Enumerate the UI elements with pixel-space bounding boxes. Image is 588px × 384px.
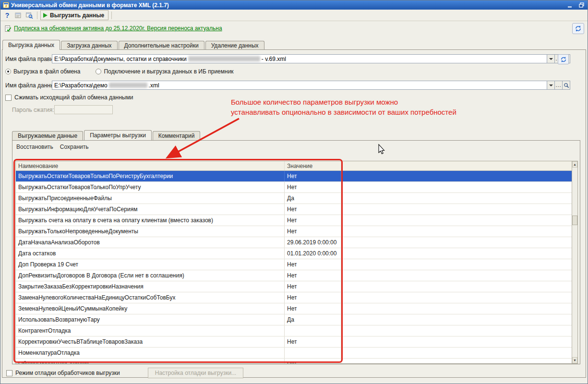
help-button[interactable]: ?	[2, 11, 12, 20]
tab-export-parameters[interactable]: Параметры выгрузки	[84, 130, 152, 140]
rules-file-label: Имя файла правил:	[5, 56, 52, 62]
run-export-button[interactable]: Выгрузить данные	[40, 10, 108, 20]
data-file-dropdown-button[interactable]	[547, 81, 555, 90]
reload-rules-button[interactable]	[558, 54, 569, 64]
debug-settings-button[interactable]: Настройка отладки выгрузки...	[148, 368, 243, 378]
export-to-file-radio[interactable]	[5, 69, 11, 74]
param-name-cell[interactable]: ВыгружатьОстаткиТоваровТолькоПоРегиструБ…	[16, 171, 285, 181]
ellipsis-icon: ...	[555, 83, 561, 88]
table-row[interactable]: ЗеменаНулевойЦеныИСуммынаКопейкуНет	[16, 303, 572, 314]
param-name-cell[interactable]: Выгружать счета на оплату в счета на опл…	[16, 215, 285, 226]
tab-delete-data[interactable]: Удаление данных	[205, 41, 264, 50]
export-to-ib-radio[interactable]	[96, 69, 101, 74]
param-value-cell[interactable]: Да	[285, 314, 341, 325]
scroll-down-button[interactable]: ▼	[572, 357, 577, 363]
data-file-open-button[interactable]	[562, 81, 570, 90]
param-name-cell[interactable]: ЗакрытиеЗаказаБезКорректировкиНазначения	[16, 281, 285, 292]
restore-icon	[579, 2, 584, 8]
param-value-cell[interactable]: Нет	[285, 215, 341, 226]
param-value-cell[interactable]: Нет	[285, 303, 341, 314]
param-value-cell[interactable]	[285, 325, 341, 336]
tab-comment[interactable]: Комментарий	[153, 131, 201, 140]
param-value-cell[interactable]: Нет	[285, 292, 341, 303]
export-target-options: Выгрузка в файл обмена Подключение и выг…	[5, 68, 234, 75]
rules-file-input[interactable]: E:\Разработка\Документы, остатки и справ…	[52, 54, 547, 63]
form-search-button[interactable]	[24, 11, 34, 20]
param-name-cell[interactable]: ВыгружатьТолькоНепроведенныеДокументы	[16, 226, 285, 237]
param-value-cell[interactable]	[285, 348, 341, 358]
param-value-cell[interactable]: Нет	[285, 336, 341, 347]
table-row[interactable]: НоменклатураОтладка	[16, 348, 572, 359]
param-name-cell[interactable]: ДопРеквизитыДоговоров В Договора (Если н…	[16, 270, 285, 281]
tab-import-data[interactable]: Загрузка данных	[61, 41, 117, 50]
password-input	[54, 105, 113, 114]
table-row[interactable]: ОбщаяГруппаДляСкладовНет	[16, 359, 572, 363]
table-row[interactable]: ЗакрытиеЗаказаБезКорректировкиНазначения…	[16, 281, 572, 292]
param-value-cell[interactable]: Нет	[285, 359, 341, 363]
param-value-cell[interactable]: 29.06.2019 0:00:00	[285, 237, 341, 248]
scroll-thumb[interactable]	[572, 216, 577, 225]
table-row[interactable]: Дата остатков01.01.2020 0:00:00	[16, 248, 572, 259]
scroll-track[interactable]	[572, 168, 577, 357]
param-name-cell[interactable]: НоменклатураОтладка	[16, 348, 285, 358]
minimize-button[interactable]	[566, 2, 574, 9]
table-row[interactable]: ВыгружатьОстаткиТоваровТолькоПоРегиструБ…	[16, 171, 572, 182]
save-values-button[interactable]: Сохранить	[60, 144, 89, 150]
param-name-cell[interactable]: КорректировкиУчестьВТаблицеТоваровЗаказа	[16, 336, 285, 347]
form-button[interactable]	[13, 11, 23, 20]
table-row[interactable]: ВыгружатьОстаткиТоваровТолькоПоУпрУчетуН…	[16, 182, 572, 193]
param-name-cell[interactable]: КонтрагентОтладка	[16, 325, 285, 336]
param-name-cell[interactable]: ЗеменаНулевойЦеныИСуммынаКопейку	[16, 303, 285, 314]
param-value-cell[interactable]: Нет	[285, 182, 341, 192]
table-row[interactable]: ДатаНачалаАнализаОборотов29.06.2019 0:00…	[16, 237, 572, 248]
param-name-cell[interactable]: ИспользоватьВозвратнуюТару	[16, 314, 285, 325]
table-row[interactable]: ВыгружатьПрисоединенныеФайлыДа	[16, 193, 572, 204]
row-filler-cell	[341, 204, 572, 215]
param-name-cell[interactable]: Дата остатков	[16, 248, 285, 259]
tab-export-data[interactable]: Выгрузка данных	[2, 40, 60, 50]
table-row[interactable]: ИспользоватьВозвратнуюТаруДа	[16, 314, 572, 325]
checked-document-icon	[4, 25, 12, 32]
table-row[interactable]: Выгружать счета на оплату в счета на опл…	[16, 215, 572, 226]
param-value-cell[interactable]: 01.01.2020 0:00:00	[285, 248, 341, 259]
table-row[interactable]: ВыгружатьТолькоНепроведенныеДокументыНет	[16, 226, 572, 237]
row-filler-cell	[341, 292, 572, 303]
param-name-cell[interactable]: ЗаменаНулевогоКоличестваНаЕдиницуОстатки…	[16, 292, 285, 303]
param-value-cell[interactable]: Нет	[285, 226, 341, 237]
restore-values-button[interactable]: Восстановить	[16, 144, 53, 150]
param-name-cell[interactable]: Доп Проверка 19 Счет	[16, 259, 285, 270]
param-value-cell[interactable]: Да	[285, 193, 341, 204]
rules-file-dropdown-button[interactable]	[547, 54, 555, 63]
param-value-cell[interactable]: Нет	[285, 171, 341, 181]
params-table-rows: ВыгружатьОстаткиТоваровТолькоПоРегиструБ…	[16, 171, 572, 363]
table-row[interactable]: ВыгружатьИнформациюДляУчетаПоСериямНет	[16, 204, 572, 215]
param-name-cell[interactable]: ВыгружатьИнформациюДляУчетаПоСериям	[16, 204, 285, 215]
column-header-name[interactable]: Наименование	[16, 161, 285, 170]
compress-checkbox[interactable]	[5, 95, 12, 101]
param-name-cell[interactable]: ОбщаяГруппаДляСкладов	[16, 359, 285, 363]
data-file-input[interactable]: E:\Разработка\демо .xml	[52, 81, 547, 90]
table-row[interactable]: ЗаменаНулевогоКоличестваНаЕдиницуОстатки…	[16, 292, 572, 303]
table-row[interactable]: КонтрагентОтладка	[16, 325, 572, 336]
vertical-scrollbar[interactable]: ▲ ▼	[572, 161, 577, 363]
debug-mode-checkbox[interactable]	[6, 370, 12, 376]
param-value-cell[interactable]: Нет	[285, 204, 341, 215]
tab-additional-settings[interactable]: Дополнительные настройки	[119, 41, 204, 50]
table-row[interactable]: Доп Проверка 19 СчетНет	[16, 259, 572, 270]
param-name-cell[interactable]: ВыгружатьОстаткиТоваровТолькоПоУпрУчету	[16, 182, 285, 192]
restore-button[interactable]	[577, 2, 585, 9]
table-row[interactable]: ДопРеквизитыДоговоров В Договора (Если н…	[16, 270, 572, 281]
param-name-cell[interactable]: ВыгружатьПрисоединенныеФайлы	[16, 193, 285, 204]
refresh-button[interactable]	[572, 23, 584, 34]
param-name-cell[interactable]: ДатаНачалаАнализаОборотов	[16, 237, 285, 248]
scroll-up-button[interactable]: ▲	[572, 161, 577, 168]
param-value-cell[interactable]: Нет	[285, 259, 341, 270]
data-file-path-suffix: .xml	[149, 82, 159, 89]
data-file-browse-button[interactable]: ...	[554, 81, 563, 90]
table-row[interactable]: КорректировкиУчестьВТаблицеТоваровЗаказа…	[16, 336, 572, 348]
param-value-cell[interactable]: Нет	[285, 270, 341, 281]
tab-exported-data[interactable]: Выгружаемые данные	[12, 131, 83, 140]
column-header-value[interactable]: Значение	[285, 161, 341, 170]
param-value-cell[interactable]: Нет	[285, 281, 341, 292]
subscription-link[interactable]: Подписка на обновления активна до 25.12.…	[14, 25, 222, 32]
